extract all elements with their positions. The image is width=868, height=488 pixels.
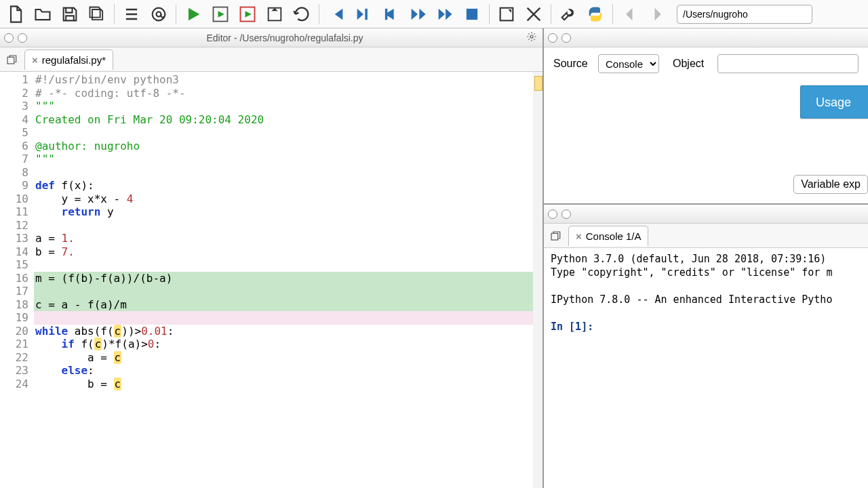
pane-close-icon[interactable] [548,33,557,43]
editor-pane: Editor - /Users/nugroho/regulafalsi.py ×… [0,28,544,488]
debug-icon[interactable] [262,1,288,27]
scroll-indicator [533,72,542,488]
pane-close-icon[interactable] [4,33,14,43]
maximize-icon[interactable] [494,1,519,27]
editor-title: Editor - /Users/nugroho/regulafalsi.py [31,33,538,43]
stop-icon[interactable] [459,1,485,27]
run-icon[interactable] [180,1,206,27]
new-file-icon[interactable] [3,1,28,27]
help-pane-header [544,28,868,47]
code-line[interactable]: @author: nugroho [34,140,542,153]
code-line[interactable]: return y [34,205,542,219]
at-icon[interactable] [146,1,172,27]
source-select[interactable]: Console [598,54,659,73]
svg-point-7 [530,35,533,38]
editor-pane-header: Editor - /Users/nugroho/regulafalsi.py [0,28,542,47]
skip-first-icon[interactable] [323,1,349,27]
restore-icon[interactable] [3,51,20,68]
object-input[interactable] [717,54,859,73]
run-cell-advance-icon[interactable] [235,1,260,27]
help-pane: Source Console Object Usage Variable exp [544,28,868,205]
code-line[interactable]: # -*- coding: utf-8 -*- [34,87,542,100]
svg-point-0 [153,7,165,20]
code-line[interactable] [34,258,542,272]
list-icon[interactable] [119,1,144,27]
code-line[interactable] [34,285,542,298]
svg-rect-8 [7,57,14,64]
working-dir-input[interactable] [677,5,812,24]
run-cell-icon[interactable] [208,1,233,27]
console-pane-header [544,205,868,224]
pane-undock-icon[interactable] [561,33,571,43]
step-in-icon[interactable] [351,1,376,27]
svg-rect-5 [467,8,477,19]
code-line[interactable]: while abs(f(c))>0.01: [34,325,542,338]
code-line[interactable]: m = (f(b)-f(a))/(b-a) [34,272,542,285]
step-over-icon[interactable] [378,1,403,27]
pane-close-icon[interactable] [548,209,557,219]
open-folder-icon[interactable] [30,1,56,27]
code-line[interactable] [34,126,542,140]
code-line[interactable] [34,219,542,232]
code-line[interactable]: b = c [34,378,542,391]
code-line[interactable]: """ [34,152,542,166]
pane-undock-icon[interactable] [18,33,27,43]
object-label: Object [673,58,712,70]
code-line[interactable]: y = x*x - 4 [34,192,542,206]
console-tabbar: × Console 1/A [544,224,868,248]
code-line[interactable]: Created on Fri Mar 20 09:20:04 2020 [34,113,542,127]
save-all-icon[interactable] [84,1,110,27]
python-icon[interactable] [583,1,608,27]
save-icon[interactable] [57,1,83,27]
code-area[interactable]: #!/usr/bin/env python3# -*- coding: utf-… [33,72,542,488]
gear-icon[interactable] [526,31,537,44]
main-toolbar [0,0,868,28]
close-icon[interactable]: × [576,230,582,242]
wrench-icon[interactable] [555,1,581,27]
tab-console[interactable]: × Console 1/A [568,226,648,246]
step-out-icon[interactable] [405,1,431,27]
skip-next-icon[interactable] [432,1,458,27]
console-output[interactable]: Python 3.7.0 (default, Jun 28 2018, 07:3… [544,248,868,488]
tab-label: Console 1/A [586,230,642,242]
console-prompt: In [1]: [551,321,599,333]
source-label: Source [553,58,593,70]
code-line[interactable]: def f(x): [34,179,542,192]
code-line[interactable]: a = 1. [34,232,542,245]
code-line[interactable]: #!/usr/bin/env python3 [34,73,542,87]
restore-icon[interactable] [547,227,564,245]
forward-icon[interactable] [644,1,670,27]
tab-label: regulafalsi.py* [42,54,106,66]
tab-regulafalsi[interactable]: × regulafalsi.py* [24,49,113,70]
code-line[interactable] [34,311,542,325]
code-line[interactable]: c = a - f(a)/m [34,298,542,312]
editor-tabbar: × regulafalsi.py* [0,47,542,72]
code-line[interactable] [34,166,542,180]
svg-rect-9 [551,233,558,240]
code-line[interactable]: if f(c)*f(a)>0: [34,338,542,351]
rerun-icon[interactable] [289,1,315,27]
code-line[interactable]: """ [34,100,542,113]
code-editor[interactable]: 123456789101112131415161718192021222324 … [0,72,542,488]
pane-undock-icon[interactable] [561,209,571,219]
fullscreen-icon[interactable] [521,1,547,27]
code-line[interactable]: b = 7. [34,245,542,259]
usage-button[interactable]: Usage [800,85,868,119]
code-line[interactable]: else: [34,364,542,378]
code-line[interactable]: a = c [34,351,542,365]
close-icon[interactable]: × [32,54,38,66]
line-gutter: 123456789101112131415161718192021222324 [0,72,33,488]
back-icon[interactable] [617,1,643,27]
variable-explorer-button[interactable]: Variable exp [793,175,868,194]
svg-point-1 [157,12,161,16]
console-pane: × Console 1/A Python 3.7.0 (default, Jun… [544,205,868,488]
